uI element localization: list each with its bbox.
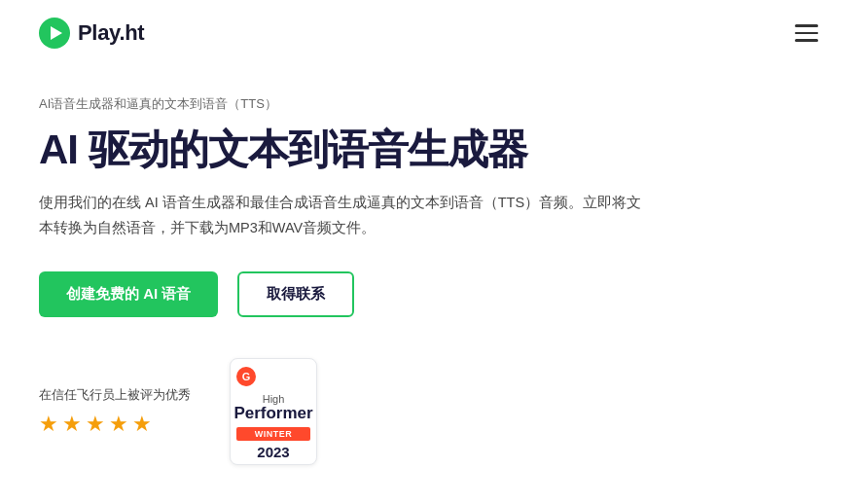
star-3: ★ — [86, 412, 105, 437]
hero-subtitle: AI语音生成器和逼真的文本到语音（TTS） — [39, 95, 642, 113]
g2-logo-row: G — [236, 367, 256, 386]
navbar: Play.ht — [0, 0, 861, 66]
star-5: ★ — [132, 412, 152, 437]
hero-title: AI 驱动的文本到语音生成器 — [39, 126, 642, 173]
hamburger-menu[interactable] — [791, 20, 822, 46]
badge-season-bar: WINTER — [236, 427, 310, 441]
logo-icon — [39, 18, 70, 49]
g2-letter: G — [242, 371, 251, 382]
hamburger-line-1 — [795, 24, 818, 27]
logo-text: Play.ht — [78, 20, 144, 46]
star-4: ★ — [109, 412, 128, 437]
star-rating: ★ ★ ★ ★ ★ — [39, 412, 191, 437]
hero-section: AI语音生成器和逼真的文本到语音（TTS） AI 驱动的文本到语音生成器 使用我… — [0, 66, 681, 504]
create-free-voice-button[interactable]: 创建免费的 AI 语音 — [39, 271, 218, 317]
star-2: ★ — [62, 412, 82, 437]
contact-button[interactable]: 取得联系 — [237, 271, 354, 317]
g2-badge-content: High Performer WINTER 2023 — [236, 389, 310, 460]
badge-year-text: 2023 — [257, 444, 289, 460]
button-group: 创建免费的 AI 语音 取得联系 — [39, 271, 642, 317]
trust-pilot-section: 在信任飞行员上被评为优秀 ★ ★ ★ ★ ★ — [39, 386, 191, 437]
hero-description: 使用我们的在线 AI 语音生成器和最佳合成语音生成逼真的文本到语音（TTS）音频… — [39, 191, 642, 240]
badge-performer-text: Performer — [233, 405, 312, 423]
g2-badge: G High Performer WINTER 2023 — [230, 358, 317, 465]
g2-circle-icon: G — [236, 367, 256, 386]
star-1: ★ — [39, 412, 58, 437]
logo-link[interactable]: Play.ht — [39, 18, 144, 49]
social-proof-section: 在信任飞行员上被评为优秀 ★ ★ ★ ★ ★ G High Performer … — [39, 358, 642, 485]
trust-label: 在信任飞行员上被评为优秀 — [39, 386, 191, 404]
hamburger-line-3 — [795, 39, 818, 42]
hamburger-line-2 — [795, 32, 818, 35]
